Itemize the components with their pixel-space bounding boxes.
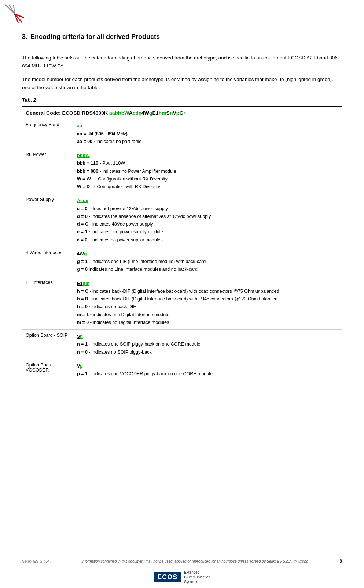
table-row: E1 Interfaces E1hm h = C - indicates bac… <box>22 277 342 330</box>
ecos-brand: ECOS <box>154 572 181 582</box>
intro-paragraph-1: The following table sets out the criteri… <box>22 54 342 70</box>
table-header-row: General Code: ECOSD RBS4000K aabbbWAcde4… <box>22 107 342 119</box>
ecos-subtitle: Extended COmmunication Systems <box>184 570 210 584</box>
footer: Selex ES S.p.A. Information contained in… <box>0 556 364 566</box>
table-row: Power Supply Acde c = 0 - does not provi… <box>22 194 342 247</box>
logo-area <box>0 0 29 28</box>
footer-notice: Information contained in this document m… <box>59 559 331 563</box>
main-content: 3. Encoding criteria for all derived Pro… <box>0 0 364 426</box>
row-value-powersupply: Acde c = 0 - does not provide 12Vdc powe… <box>73 194 342 247</box>
row-label-soip: Option Board - SOIP <box>22 330 73 359</box>
row-label-vocoder: Option Board - VOCODER <box>22 359 73 381</box>
footer-company: Selex ES S.p.A. <box>22 559 59 563</box>
intro-paragraph-2: The model number for each products deriv… <box>22 76 342 91</box>
row-value-e1interfaces: E1hm h = C - indicates back-DIF (Digital… <box>73 277 342 330</box>
row-label-4wires: 4 Wires interfaces <box>22 247 73 277</box>
ecos-sub2: COmmunication <box>184 575 210 580</box>
table-row: Frequency Band aa aa = U4 (806 - 894 MHz… <box>22 119 342 149</box>
table-row: RF Power bbbW bbb = 110 - Pout 110W bbb … <box>22 149 342 194</box>
row-label-frequency: Frequency Band <box>22 119 73 149</box>
company-logo <box>4 3 26 25</box>
section-number: 3. <box>22 33 27 41</box>
ecos-sub1: Extended <box>184 570 210 575</box>
table-label: Tab. 2 <box>22 97 342 103</box>
table-row: Option Board - VOCODER Vp p = 1 - indica… <box>22 359 342 381</box>
ecos-sub3: Systems <box>184 580 210 584</box>
row-label-e1interfaces: E1 Interfaces <box>22 277 73 330</box>
footer-page: 8 <box>331 559 342 564</box>
row-value-vocoder: Vp p = 1 - indicates one VOCODER piggy-b… <box>73 359 342 381</box>
bottom-logo-area: ECOS Extended COmmunication Systems <box>154 570 210 584</box>
row-value-4wires: 4Wg g = 1 - indicates one LIF (Line Inte… <box>73 247 342 277</box>
table-header-cell: General Code: ECOSD RBS4000K aabbbWAcde4… <box>22 107 342 119</box>
table-row: 4 Wires interfaces 4Wg g = 1 - indicates… <box>22 247 342 277</box>
section-title: Encoding criteria for all derived Produc… <box>30 33 160 41</box>
table-row: Option Board - SOIP Sn n = 1 - indicates… <box>22 330 342 359</box>
row-label-powersupply: Power Supply <box>22 194 73 247</box>
row-value-soip: Sn n = 1 - indicates one SOIP piggy-back… <box>73 330 342 359</box>
coding-table: General Code: ECOSD RBS4000K aabbbWAcde4… <box>22 106 342 381</box>
row-value-frequency: aa aa = U4 (806 - 894 MHz) aa = 00 - ind… <box>73 119 342 149</box>
row-label-rfpower: RF Power <box>22 149 73 194</box>
row-value-rfpower: bbbW bbb = 110 - Pout 110W bbb = 000 - i… <box>73 149 342 194</box>
